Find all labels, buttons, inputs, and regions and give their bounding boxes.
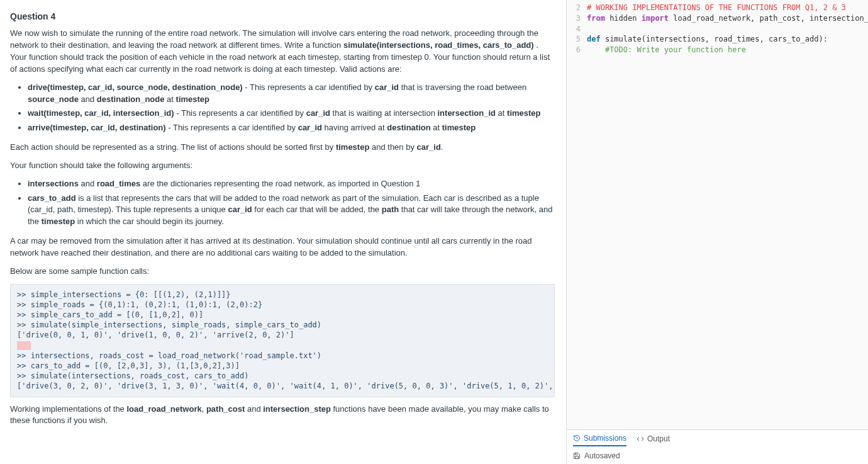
action-sig: arrive(timestep, car_id, destination) xyxy=(28,123,166,132)
t: that is waiting at intersection xyxy=(330,108,438,118)
save-icon xyxy=(573,452,581,460)
tab-submissions[interactable]: Submissions xyxy=(573,434,626,446)
arg-intersections: intersections and road_times are the dic… xyxy=(28,178,555,190)
t: that is traversing the road between xyxy=(399,82,526,92)
t: Working implementations of the xyxy=(10,404,126,414)
t: road_times xyxy=(97,179,140,188)
intro-paragraph: We now wish to simulate the running of t… xyxy=(10,28,555,75)
t: - This represents a car identified by xyxy=(166,123,298,132)
action-drive: drive(timestep, car_id, source_node, des… xyxy=(28,82,555,106)
sort-note: Each action should be represented as a s… xyxy=(10,142,555,154)
t: and xyxy=(245,404,263,414)
line-gutter: 23456 xyxy=(567,0,584,429)
question-panel: Question 4 We now wish to simulate the r… xyxy=(0,0,566,464)
bottom-tabs: Submissions Output Autosaved xyxy=(567,429,868,464)
t: - This represents a car identified by xyxy=(174,108,306,118)
t: car_id xyxy=(417,142,441,152)
t: and xyxy=(79,179,97,188)
t: - This represents a car identified by xyxy=(243,82,375,92)
intro-fn-sig: simulate(intersections, road_times, cars… xyxy=(343,40,534,50)
t: for each car that will be added, the xyxy=(252,205,382,214)
tabs-row: Submissions Output xyxy=(567,430,868,449)
t: intersection_step xyxy=(263,404,331,414)
t: are the dictionaries representing the ro… xyxy=(140,179,420,188)
t: timestep xyxy=(176,94,209,104)
t: at xyxy=(431,123,442,132)
t: and then by xyxy=(369,142,416,152)
t: timestep xyxy=(42,217,75,226)
action-sig: drive(timestep, car_id, source_node, des… xyxy=(28,82,243,92)
args-intro: Your function should take the following … xyxy=(10,160,555,172)
t: timestep xyxy=(507,108,540,118)
t: destination xyxy=(387,123,430,132)
t: load_road_network xyxy=(126,404,201,414)
t: timestep xyxy=(336,142,369,152)
t: . xyxy=(441,142,443,152)
t: at xyxy=(164,94,175,104)
code-area[interactable]: # WORKING IMPLEMENTATIONS OF THE FUNCTIO… xyxy=(584,0,868,429)
action-arrive: arrive(timestep, car_id, destination) - … xyxy=(28,122,555,134)
t: intersections xyxy=(28,179,79,188)
sample-intro: Below are some sample function calls: xyxy=(10,266,555,278)
args-list: intersections and road_times are the dic… xyxy=(10,178,555,228)
action-wait: wait(timestep, car_id, intersection_id) … xyxy=(28,108,555,120)
t: source_node xyxy=(28,94,79,104)
editor-panel: 23456 # WORKING IMPLEMENTATIONS OF THE F… xyxy=(566,0,868,464)
tab-label: Submissions xyxy=(584,434,626,443)
t: in which the car should begin its journe… xyxy=(75,217,224,226)
t: having arrived at xyxy=(322,123,387,132)
question-title: Question 4 xyxy=(10,10,555,23)
t: path_cost xyxy=(206,404,245,414)
t: , xyxy=(202,404,206,414)
removal-note: A car may be removed from the simulation… xyxy=(10,235,555,259)
t: and xyxy=(79,94,97,104)
action-sig: wait(timestep, car_id, intersection_id) xyxy=(28,108,174,118)
t: timestep xyxy=(442,123,476,132)
history-icon xyxy=(573,434,581,442)
code-icon xyxy=(637,435,644,443)
tab-output[interactable]: Output xyxy=(637,434,670,446)
tab-label: Output xyxy=(647,434,670,443)
footer-note: Working implementations of the load_road… xyxy=(10,404,555,427)
t: destination_node xyxy=(97,94,165,104)
t: car_id xyxy=(306,108,330,118)
t: car_id xyxy=(228,205,252,214)
code-editor[interactable]: 23456 # WORKING IMPLEMENTATIONS OF THE F… xyxy=(567,0,868,429)
arg-cars-to-add: cars_to_add is a list that represents th… xyxy=(28,193,555,229)
actions-list: drive(timestep, car_id, source_node, des… xyxy=(10,82,555,134)
t: car_id xyxy=(298,123,322,132)
status-text: Autosaved xyxy=(584,451,620,460)
sample-code-block[interactable]: >> simple_intersections = {0: [[(1,2), (… xyxy=(10,284,555,397)
t: path xyxy=(382,205,399,214)
t: car_id xyxy=(375,82,399,92)
t: cars_to_add xyxy=(28,193,76,203)
t: intersection_id xyxy=(438,108,496,118)
t: at xyxy=(496,108,507,118)
status-row: Autosaved xyxy=(567,449,868,464)
t: Each action should be represented as a s… xyxy=(10,142,336,152)
